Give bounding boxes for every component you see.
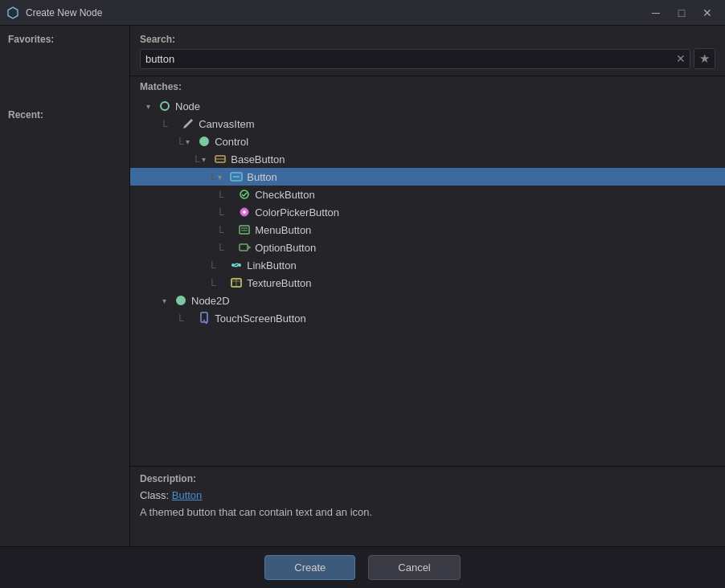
- branch-prefix: L: [211, 277, 216, 288]
- node-circle-icon: [158, 100, 171, 112]
- tree-label: Node2D: [191, 295, 230, 307]
- tree-label: BaseButton: [231, 153, 285, 165]
- description-class: Class: Button: [140, 489, 715, 501]
- tree-item-button[interactable]: L▾Button: [130, 168, 725, 186]
- favorites-section: Favorites:: [8, 34, 121, 96]
- maximize-button[interactable]: □: [670, 3, 693, 22]
- tree-label: TextureButton: [247, 277, 311, 289]
- tree-item-touchscreenbutton[interactable]: LTouchScreenButton: [130, 309, 725, 327]
- svg-point-2: [200, 137, 208, 145]
- matches-header: Matches:: [130, 76, 725, 96]
- touchscreen-icon: [198, 312, 211, 325]
- expand-arrow: ▾: [202, 155, 211, 164]
- node2d-circle-icon: [174, 294, 187, 307]
- branch-prefix: L: [219, 242, 224, 253]
- svg-marker-0: [8, 7, 18, 18]
- titlebar: Create New Node ─ □ ✕: [0, 0, 725, 26]
- tree-label: OptionButton: [255, 242, 316, 254]
- favorites-list: [8, 48, 121, 96]
- close-button[interactable]: ✕: [696, 3, 719, 22]
- class-name-link[interactable]: Button: [172, 489, 203, 501]
- menubutton-icon: [238, 223, 251, 236]
- sidebar: Favorites: Recent:: [0, 26, 130, 546]
- tree-label: TouchScreenButton: [215, 312, 305, 325]
- app-icon: [6, 6, 19, 19]
- tree-label: LinkButton: [247, 259, 296, 272]
- expand-arrow: ▾: [146, 102, 156, 111]
- dialog-body: Favorites: Recent: Search: ✕ ★ Matches:: [0, 26, 725, 546]
- recent-section: Recent:: [8, 109, 121, 172]
- button-icon: [230, 170, 243, 183]
- basebutton-icon: [214, 153, 227, 165]
- branch-prefix: L: [195, 153, 200, 165]
- favorites-label: Favorites:: [8, 34, 121, 45]
- colorpicker-icon: [238, 206, 251, 218]
- tree-label: Control: [215, 136, 248, 148]
- checkbutton-icon: [238, 188, 251, 201]
- svg-point-17: [177, 296, 185, 304]
- tree-item-control[interactable]: L▾Control: [130, 133, 725, 150]
- svg-point-14: [231, 263, 235, 267]
- branch-prefix: L: [178, 136, 184, 147]
- tree-item-checkbutton[interactable]: LCheckButton: [130, 186, 725, 203]
- tree-label: Button: [247, 171, 277, 183]
- create-button[interactable]: Create: [264, 555, 355, 580]
- tree-item-canvasitem[interactable]: LCanvasItem: [130, 115, 725, 133]
- tree-label: MenuButton: [255, 224, 311, 236]
- tree-item-linkbutton[interactable]: LLinkButton: [130, 256, 725, 274]
- description-text: A themed button that can contain text an…: [140, 504, 715, 521]
- svg-point-19: [203, 320, 205, 321]
- branch-prefix: L: [219, 224, 224, 235]
- cancel-button[interactable]: Cancel: [368, 555, 460, 580]
- svg-point-15: [238, 263, 241, 267]
- branch-prefix: L: [162, 118, 168, 129]
- svg-point-9: [243, 210, 246, 214]
- tree-label: CanvasItem: [199, 118, 254, 130]
- branch-prefix: L: [178, 312, 184, 324]
- window-controls: ─ □ ✕: [645, 3, 719, 22]
- description-area: Description: Class: Button A themed butt…: [130, 466, 725, 546]
- search-input[interactable]: [140, 49, 690, 69]
- svg-point-1: [161, 102, 169, 110]
- tree-label: ColorPickerButton: [255, 206, 339, 218]
- branch-prefix: L: [211, 259, 216, 271]
- optionbutton-icon: [238, 241, 251, 254]
- tree-item-optionbutton[interactable]: LOptionButton: [130, 239, 725, 256]
- favorite-button[interactable]: ★: [694, 48, 715, 69]
- search-label: Search:: [140, 34, 715, 45]
- tree-item-node2d[interactable]: ▾Node2D: [130, 292, 725, 309]
- pencil-icon: [182, 117, 195, 130]
- svg-rect-13: [240, 244, 248, 251]
- recent-list: [8, 124, 121, 172]
- tree-item-basebutton[interactable]: L▾BaseButton: [130, 150, 725, 168]
- class-prefix: Class:: [140, 489, 169, 501]
- texturebutton-icon: [230, 276, 243, 289]
- branch-prefix: L: [219, 206, 224, 218]
- expand-arrow: ▾: [186, 137, 195, 146]
- tree-item-menubutton[interactable]: LMenuButton: [130, 221, 725, 239]
- svg-rect-10: [240, 226, 249, 234]
- minimize-button[interactable]: ─: [645, 3, 667, 22]
- main-panel: Search: ✕ ★ Matches: ▾NodeLCanvasItemL▾C…: [130, 26, 725, 546]
- tree-item-texturebutton[interactable]: LTextureButton: [130, 274, 725, 292]
- search-row: ✕ ★: [140, 48, 715, 69]
- branch-prefix: L: [219, 189, 224, 200]
- tree-item-node[interactable]: ▾Node: [130, 97, 725, 115]
- linkbutton-icon: [230, 259, 243, 272]
- clear-search-button[interactable]: ✕: [674, 51, 687, 66]
- expand-arrow: ▾: [162, 296, 172, 305]
- search-area: Search: ✕ ★: [130, 26, 725, 76]
- window-title: Create New Node: [26, 7, 645, 18]
- matches-area: Matches: ▾NodeLCanvasItemL▾ControlL▾Base…: [130, 76, 725, 466]
- tree-item-colorpickerbutton[interactable]: LColorPickerButton: [130, 203, 725, 221]
- tree-container[interactable]: ▾NodeLCanvasItemL▾ControlL▾BaseButtonL▾B…: [130, 96, 725, 466]
- recent-label: Recent:: [8, 109, 121, 120]
- expand-arrow: ▾: [218, 173, 227, 182]
- search-input-wrap: ✕: [140, 49, 690, 69]
- tree-label: CheckButton: [255, 189, 314, 201]
- footer: Create Cancel: [0, 546, 725, 588]
- control-circle-icon: [198, 135, 211, 148]
- tree-label: Node: [175, 100, 200, 112]
- branch-prefix: L: [211, 171, 216, 182]
- description-header: Description:: [140, 473, 715, 484]
